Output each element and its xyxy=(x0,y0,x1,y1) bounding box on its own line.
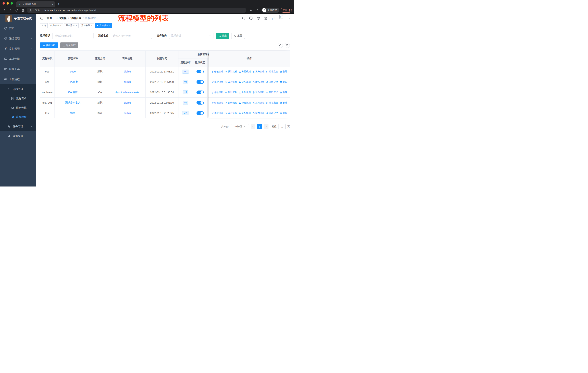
avatar[interactable] xyxy=(279,15,286,22)
browser-tab[interactable]: 芋道管理系统 × xyxy=(16,1,55,7)
assign-rule-link[interactable]: 分配规则 xyxy=(239,81,251,84)
reload-icon[interactable] xyxy=(14,8,19,13)
model-name-link[interactable]: OA 请假 xyxy=(68,91,77,94)
sidebar-item-leave-query[interactable]: 请假查询 xyxy=(0,131,36,141)
publish-process-link[interactable]: 发布流程 xyxy=(252,70,264,73)
minimize-window-button[interactable] xyxy=(7,2,9,5)
process-definition-link[interactable]: 流程定义 xyxy=(266,101,278,104)
sidebar-item-system[interactable]: 系统管理 xyxy=(0,33,36,43)
form-link[interactable]: /bpm/oa/leave/create xyxy=(115,91,139,94)
form-link[interactable]: biubiu xyxy=(124,101,131,104)
process-definition-link[interactable]: 流程定义 xyxy=(266,81,278,84)
close-icon[interactable]: × xyxy=(76,24,77,27)
create-process-button[interactable]: 新建流程 xyxy=(40,42,58,48)
edit-process-link[interactable]: 修改流程 xyxy=(211,101,223,104)
current-page[interactable]: 1 xyxy=(257,124,262,129)
active-toggle[interactable] xyxy=(197,70,204,73)
macos-traffic-lights[interactable] xyxy=(2,2,13,5)
back-icon[interactable] xyxy=(2,8,7,13)
forward-icon[interactable] xyxy=(8,8,13,13)
sidebar-collapse-icon[interactable] xyxy=(40,16,43,20)
sidebar-item-pay[interactable]: ¥ 支付管理 xyxy=(0,43,36,54)
model-name-link[interactable]: 自己审批 xyxy=(68,80,78,84)
version-badge[interactable]: v2 xyxy=(183,80,189,84)
prev-page-button[interactable] xyxy=(251,124,255,129)
assign-rule-link[interactable]: 分配规则 xyxy=(239,91,251,94)
breadcrumb-home[interactable]: 首页 xyxy=(47,16,52,20)
process-category-select[interactable]: 流程分类 xyxy=(169,33,213,39)
import-process-button[interactable]: 导入流程 xyxy=(60,42,78,48)
publish-process-link[interactable]: 发布流程 xyxy=(252,112,264,115)
tab-close-icon[interactable]: × xyxy=(51,3,53,6)
bookmark-star-icon[interactable] xyxy=(255,8,260,13)
sidebar-item-devtools[interactable]: 研发工具 xyxy=(0,64,36,74)
version-badge[interactable]: v21 xyxy=(182,111,189,115)
home-icon[interactable] xyxy=(21,8,26,13)
tag-process-form[interactable]: 流程表单× xyxy=(80,23,94,28)
model-name-link[interactable]: 测试多审批人 xyxy=(65,101,81,104)
process-id-input[interactable] xyxy=(52,33,94,39)
password-key-icon[interactable] xyxy=(248,8,253,13)
tag-my-process[interactable]: 我的流程× xyxy=(64,23,79,28)
assign-rule-link[interactable]: 分配规则 xyxy=(239,70,251,73)
close-window-button[interactable] xyxy=(2,2,5,5)
sidebar-item-user-group[interactable]: 用户分组 xyxy=(0,103,36,112)
publish-process-link[interactable]: 发布流程 xyxy=(252,91,264,94)
browser-menu-icon[interactable] xyxy=(289,9,290,11)
active-toggle[interactable] xyxy=(197,91,204,94)
address-bar[interactable]: 不安全 dashboard.yudao.iocoder.cn/bpm/manag… xyxy=(27,8,246,13)
page-jump-input[interactable] xyxy=(278,124,286,129)
github-icon[interactable] xyxy=(249,16,253,20)
close-icon[interactable]: × xyxy=(60,24,62,27)
sidebar-item-infra[interactable]: 基础设施 xyxy=(0,54,36,64)
search-button[interactable]: 搜索 xyxy=(216,33,229,39)
app-logo-row[interactable]: 芋道管理系统 xyxy=(0,14,36,23)
edit-process-link[interactable]: 修改流程 xyxy=(211,112,223,115)
font-size-icon[interactable]: TT xyxy=(272,16,275,20)
edit-process-link[interactable]: 修改流程 xyxy=(211,91,223,94)
edit-process-link[interactable]: 修改流程 xyxy=(211,81,223,84)
process-definition-link[interactable]: 流程定义 xyxy=(266,70,278,73)
delete-link[interactable]: 删除 xyxy=(280,112,287,115)
form-link[interactable]: biubiu xyxy=(124,81,131,83)
sidebar-item-process-model[interactable]: 流程模型 xyxy=(0,112,36,122)
form-link[interactable]: biubiu xyxy=(124,112,131,115)
process-definition-link[interactable]: 流程定义 xyxy=(266,91,278,94)
breadcrumb-process-mgmt[interactable]: 流程管理 xyxy=(71,16,81,20)
breadcrumb-workflow[interactable]: 工作流程 xyxy=(56,16,66,20)
refresh-table-button[interactable] xyxy=(285,43,290,48)
help-icon[interactable] xyxy=(257,16,260,20)
delete-link[interactable]: 删除 xyxy=(280,91,287,94)
model-name-link[interactable]: eeee xyxy=(70,70,76,73)
page-size-select[interactable]: 10条/页 xyxy=(231,124,249,129)
publish-process-link[interactable]: 发布流程 xyxy=(252,81,264,84)
tag-home[interactable]: 首页 xyxy=(40,23,48,28)
not-secure-indicator[interactable]: 不安全 xyxy=(29,9,40,12)
design-process-link[interactable]: 设计流程 xyxy=(225,112,237,115)
sidebar-item-home[interactable]: 首页 xyxy=(0,23,36,33)
search-icon[interactable] xyxy=(242,16,245,20)
assign-rule-link[interactable]: 分配规则 xyxy=(239,101,251,104)
tag-process-model[interactable]: 流程模型× xyxy=(95,23,112,28)
version-badge[interactable]: v4 xyxy=(183,101,189,105)
assign-rule-link[interactable]: 分配规则 xyxy=(239,112,251,115)
version-badge[interactable]: v5 xyxy=(183,90,189,94)
design-process-link[interactable]: 设计流程 xyxy=(225,81,237,84)
delete-link[interactable]: 删除 xyxy=(280,70,287,73)
process-definition-link[interactable]: 流程定义 xyxy=(266,112,278,115)
caret-down-icon[interactable] xyxy=(289,17,291,19)
fullscreen-icon[interactable] xyxy=(264,16,268,20)
browser-update-chip[interactable]: 更新 xyxy=(281,8,292,13)
next-page-button[interactable] xyxy=(264,124,268,129)
version-badge[interactable]: v17 xyxy=(182,70,189,74)
design-process-link[interactable]: 设计流程 xyxy=(225,70,237,73)
active-toggle[interactable] xyxy=(197,101,204,105)
sidebar-item-workflow[interactable]: 工作流程 xyxy=(0,74,36,84)
show-search-button[interactable] xyxy=(278,43,283,48)
active-toggle[interactable] xyxy=(197,111,204,115)
reset-button[interactable]: 重置 xyxy=(231,33,245,39)
close-icon[interactable]: × xyxy=(109,24,110,27)
publish-process-link[interactable]: 发布流程 xyxy=(252,101,264,104)
tag-tenant[interactable]: 租户管理× xyxy=(49,23,63,28)
design-process-link[interactable]: 设计流程 xyxy=(225,101,237,104)
